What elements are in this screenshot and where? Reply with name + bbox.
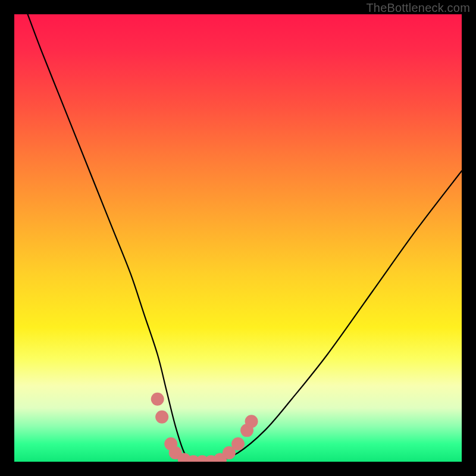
- marker-dot: [231, 437, 245, 450]
- bottleneck-curve-path: [28, 14, 462, 462]
- bottleneck-chart-svg: [14, 14, 462, 462]
- marker-dot: [155, 411, 168, 424]
- highlight-markers: [151, 393, 258, 462]
- marker-dot: [245, 415, 258, 428]
- marker-dot: [151, 393, 164, 406]
- chart-plot-area: [14, 14, 462, 462]
- watermark-text: TheBottleneck.com: [366, 1, 470, 15]
